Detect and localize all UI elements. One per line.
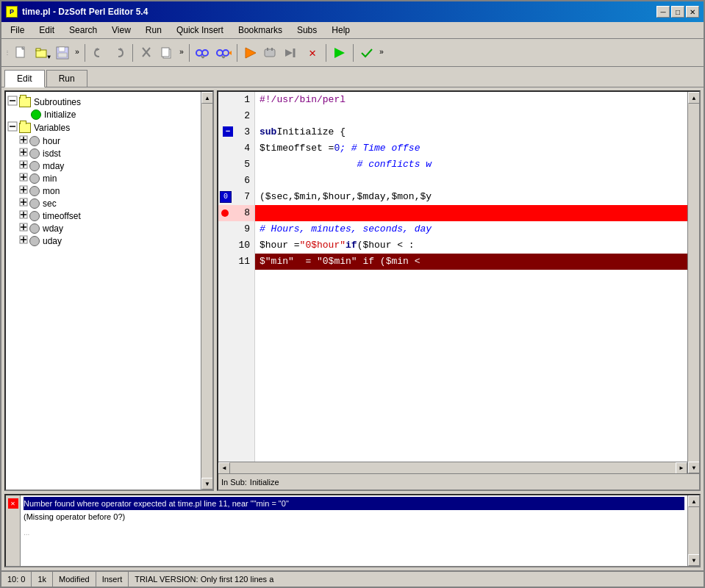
- error-scroll-track[interactable]: [688, 507, 699, 554]
- cut-button[interactable]: [137, 43, 156, 62]
- tree-panel[interactable]: Subroutines Initialize Var: [4, 90, 214, 491]
- tree-scroll-track[interactable]: [201, 104, 212, 478]
- tree-scroll-down[interactable]: ▼: [201, 478, 213, 490]
- gutter-1: 1: [218, 92, 254, 108]
- stop-button[interactable]: ✕: [303, 43, 322, 62]
- code-line-8[interactable]: [255, 205, 687, 221]
- menu-run[interactable]: Run: [140, 24, 168, 37]
- tree-node-mday[interactable]: mday: [7, 159, 211, 172]
- code-lines[interactable]: #!/usr/bin/perl sub Initialize {: [255, 92, 687, 462]
- save-button[interactable]: [53, 43, 72, 62]
- undo-button[interactable]: [89, 43, 108, 62]
- tree-node-subroutines[interactable]: Subroutines: [7, 95, 211, 109]
- menu-bookmarks[interactable]: Bookmarks: [232, 24, 288, 37]
- toolbar-more-1[interactable]: »: [74, 47, 81, 58]
- code-scroll-up[interactable]: ▲: [688, 92, 699, 104]
- tree-scroll-up[interactable]: ▲: [201, 92, 213, 104]
- code-line-5[interactable]: # conflicts w: [255, 157, 687, 173]
- code-line-6[interactable]: [255, 173, 687, 189]
- find-button[interactable]: [193, 43, 212, 62]
- isdst-label: isdst: [43, 148, 61, 159]
- code-scroll-right[interactable]: ▶: [676, 462, 687, 474]
- new-button[interactable]: [12, 43, 31, 62]
- svg-line-20: [223, 56, 225, 58]
- uday-var-icon: [29, 236, 40, 246]
- code-line-11[interactable]: $"min" = "0$min" if ($min <: [255, 254, 687, 270]
- error-close-x-icon[interactable]: ✕: [8, 498, 18, 509]
- run-button[interactable]: [241, 43, 260, 62]
- close-button[interactable]: ✕: [686, 6, 699, 18]
- mon-label: mon: [43, 186, 60, 196]
- initialize-label: Initialize: [44, 110, 76, 120]
- copy-button[interactable]: [157, 43, 176, 62]
- tree-scrollbar[interactable]: ▲ ▼: [201, 92, 212, 490]
- tree-node-isdst[interactable]: isdst: [7, 147, 211, 159]
- code-line-9[interactable]: # Hours, minutes, seconds, day: [255, 221, 687, 237]
- menu-edit[interactable]: Edit: [33, 24, 60, 37]
- code-line-10[interactable]: $hour = "0$hour" if ($hour < :: [255, 237, 687, 254]
- subroutines-label: Subroutines: [34, 97, 81, 107]
- menu-file[interactable]: File: [4, 24, 30, 37]
- check-button[interactable]: [357, 43, 376, 62]
- error-scroll-down[interactable]: ▼: [688, 554, 700, 566]
- svg-marker-21: [229, 51, 232, 55]
- code-line-2[interactable]: [255, 108, 687, 124]
- tree-node-mon[interactable]: mon: [7, 184, 211, 197]
- play-green-button[interactable]: [330, 43, 349, 62]
- code-scrollbar-v[interactable]: ▲ ▼: [687, 92, 699, 473]
- svg-point-14: [202, 50, 208, 56]
- menu-quick-insert[interactable]: Quick Insert: [171, 24, 229, 37]
- debug-button[interactable]: [262, 43, 281, 62]
- svg-rect-6: [58, 53, 67, 57]
- error-close-button[interactable]: ✕: [6, 495, 21, 566]
- code-scroll-down[interactable]: ▼: [688, 462, 699, 473]
- in-sub-label: In Sub:: [221, 478, 247, 487]
- gutter-11: 11: [218, 254, 254, 270]
- error-line-1[interactable]: Number found where operator expected at …: [24, 497, 684, 510]
- gutter-4: 4: [218, 140, 254, 157]
- error-line-2: (Missing operator before 0?): [24, 510, 684, 523]
- tree-node-variables[interactable]: Variables: [7, 121, 211, 135]
- code-line-3[interactable]: sub Initialize {: [255, 124, 687, 140]
- code-line-4[interactable]: $timeoffset = 0; # Time offse: [255, 140, 687, 157]
- wday-label: wday: [43, 223, 63, 234]
- code-scroll-left[interactable]: ◀: [218, 462, 230, 474]
- tab-run[interactable]: Run: [46, 70, 87, 87]
- menu-help[interactable]: Help: [326, 24, 356, 37]
- code-scroll-v-track[interactable]: [688, 104, 699, 462]
- menu-view[interactable]: View: [106, 24, 137, 37]
- maximize-button[interactable]: □: [671, 6, 684, 18]
- step-button[interactable]: [282, 43, 301, 62]
- code-with-scroll: 1 2 − 3 4 5 6 0 7: [218, 92, 699, 473]
- line-gutter: 1 2 − 3 4 5 6 0 7: [218, 92, 255, 462]
- tree-node-wday[interactable]: wday: [7, 222, 211, 234]
- redo-button[interactable]: [110, 43, 129, 62]
- toolbar-more-2[interactable]: »: [178, 47, 185, 58]
- tree-node-timeoffset[interactable]: timeoffset: [7, 209, 211, 222]
- code-line-1[interactable]: #!/usr/bin/perl: [255, 92, 687, 108]
- tree-node-sec[interactable]: sec: [7, 197, 211, 209]
- tree-node-min[interactable]: min: [7, 172, 211, 184]
- tree-node-initialize[interactable]: Initialize: [7, 109, 211, 121]
- tab-edit[interactable]: Edit: [4, 70, 45, 87]
- code-scrollbar-h[interactable]: ◀ ▶: [218, 462, 687, 473]
- findnext-button[interactable]: [214, 43, 233, 62]
- status-bar: 10: 0 1k Modified Insert TRIAL VERSION: …: [1, 570, 704, 587]
- tree-node-hour[interactable]: hour: [7, 135, 211, 147]
- status-size: 1k: [32, 572, 53, 587]
- open-dropdown-button[interactable]: ▼: [32, 43, 51, 62]
- gutter-3: − 3: [218, 124, 254, 140]
- code-viewport[interactable]: 1 2 − 3 4 5 6 0 7: [218, 92, 687, 462]
- minimize-button[interactable]: ─: [656, 6, 670, 18]
- code-panel: 1 2 − 3 4 5 6 0 7: [217, 90, 701, 491]
- menu-subs[interactable]: Subs: [291, 24, 323, 37]
- code-line-7[interactable]: ($sec,$min,$hour,$mday,$mon,$y: [255, 189, 687, 205]
- tree-node-uday[interactable]: uday: [7, 234, 211, 247]
- breakpoint-8: [221, 209, 229, 217]
- title-buttons: ─ □ ✕: [656, 6, 699, 18]
- menu-search[interactable]: Search: [63, 24, 103, 37]
- error-scroll-up[interactable]: ▲: [688, 495, 700, 507]
- subroutines-folder-icon: [19, 97, 31, 107]
- toolbar-more-3[interactable]: »: [378, 47, 385, 58]
- error-scrollbar[interactable]: ▲ ▼: [687, 495, 699, 566]
